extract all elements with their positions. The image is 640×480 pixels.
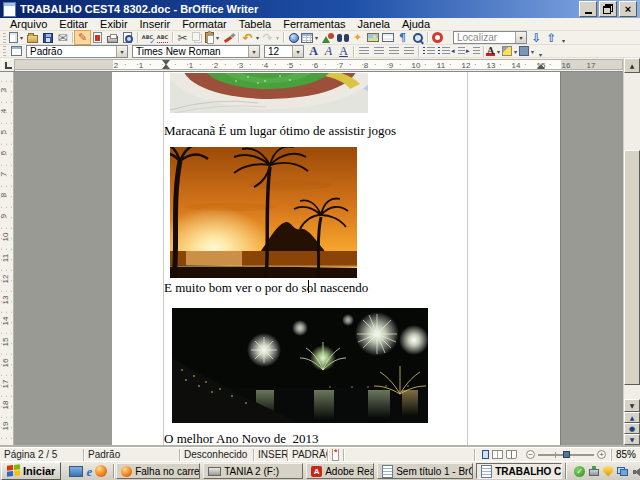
decrease-indent-button[interactable]: [451, 45, 466, 58]
undo-dropdown[interactable]: ▾: [254, 34, 261, 41]
paragraph-3[interactable]: O melhor Ano Novo de 2013: [164, 431, 464, 447]
vertical-ruler[interactable]: 345678910111213141516171819: [0, 72, 14, 447]
styles-and-formatting-button[interactable]: [9, 45, 24, 58]
network-icon[interactable]: [617, 466, 628, 477]
underline-button[interactable]: A: [336, 45, 351, 58]
document-modified-indicator[interactable]: [328, 449, 344, 461]
menu-ajuda[interactable]: Ajuda: [396, 18, 436, 31]
align-right-button[interactable]: [386, 45, 401, 58]
save-button[interactable]: [40, 31, 55, 44]
sunset-image[interactable]: [170, 147, 357, 278]
page-style[interactable]: Padrão: [84, 449, 180, 461]
cut-button[interactable]: ✂: [175, 31, 190, 44]
formatting-toolbar-options[interactable]: ▾: [539, 51, 542, 58]
zoom-out-icon[interactable]: −: [526, 450, 535, 459]
zoom-button[interactable]: [410, 31, 425, 44]
hardware-icon[interactable]: [589, 469, 599, 476]
paragraph-style-combo[interactable]: Padrão▾: [26, 45, 128, 58]
formatting-marks-button[interactable]: ¶: [395, 31, 410, 44]
font-color-dropdown[interactable]: ▾: [495, 48, 502, 55]
close-button[interactable]: [619, 1, 637, 17]
increase-indent-button[interactable]: [466, 45, 481, 58]
font-name-combo[interactable]: Times New Roman▾: [132, 45, 260, 58]
export-pdf-button[interactable]: [90, 31, 105, 44]
find-previous-button[interactable]: ⇧: [544, 31, 559, 44]
find-replace-button[interactable]: [335, 31, 350, 44]
gallery-button[interactable]: [365, 31, 380, 44]
italic-button[interactable]: A: [321, 45, 336, 58]
font-size-combo[interactable]: 12▾: [264, 45, 304, 58]
toolbar-grip[interactable]: [3, 33, 6, 43]
firefox-icon[interactable]: [95, 465, 107, 477]
find-next-button[interactable]: ⇩: [529, 31, 544, 44]
minimize-button[interactable]: [579, 1, 597, 17]
menu-arquivo[interactable]: Arquivo: [4, 18, 53, 31]
stadium-image[interactable]: [170, 73, 368, 113]
single-page-view-icon[interactable]: [482, 450, 489, 459]
tool极bar-grip[interactable]: [3, 46, 6, 56]
zoom-percentage[interactable]: 85%: [611, 449, 640, 461]
page-indicator[interactable]: Página 2 / 5: [0, 449, 84, 461]
draw-functions-button[interactable]: [320, 31, 335, 44]
autospellcheck-button[interactable]: ABC: [155, 31, 170, 44]
start-button[interactable]: Iniciar: [1, 462, 61, 480]
page-preview-button[interactable]: [120, 31, 135, 44]
redo-dropdown[interactable]: ▾: [274, 34, 281, 41]
highlighting-button[interactable]: ▾: [502, 45, 519, 58]
antivirus-icon[interactable]: [574, 466, 585, 477]
first-line-indent-marker[interactable]: [162, 64, 170, 69]
open-button[interactable]: [25, 31, 40, 44]
zoom-slider-track[interactable]: [538, 454, 594, 456]
vertical-scrollbar[interactable]: ▲ ▼ ▲ ● ▼: [623, 58, 640, 447]
insert-mode[interactable]: INSER: [254, 449, 288, 461]
standard-toolbar-options[interactable]: ▾: [562, 37, 565, 44]
taskbar-button[interactable]: AAdobe Reader: [306, 463, 374, 479]
insert-table-dropdown[interactable]: ▾: [313, 34, 320, 41]
scrollbar-thumb[interactable]: [624, 150, 640, 385]
selection-mode[interactable]: PADRÃO: [288, 449, 328, 461]
menu-exibir[interactable]: Exibir: [94, 18, 134, 31]
menu-formatar[interactable]: Formatar: [176, 18, 233, 31]
insert-table-button[interactable]: ▾: [301, 31, 320, 44]
numbered-list-button[interactable]: [421, 45, 436, 58]
previous-page-button[interactable]: ▲: [624, 412, 640, 423]
background-color-button[interactable]: ▾: [519, 45, 536, 58]
data-sources-button[interactable]: [380, 31, 395, 44]
edit-file-button[interactable]: ✎: [75, 31, 90, 44]
format-paintbrush-button[interactable]: [221, 31, 236, 44]
restore-button[interactable]: [599, 1, 617, 17]
paragraph-style-combo-dropdown[interactable]: ▾: [116, 46, 127, 57]
print-button[interactable]: [105, 31, 120, 44]
paragraph-2[interactable]: E muito bom ver o por do sol nascendo: [164, 280, 464, 296]
taskbar-button[interactable]: TANIA 2 (F:): [203, 463, 303, 479]
spellcheck-button[interactable]: ABC: [140, 31, 155, 44]
horizontal-ruler[interactable]: 211234567891011121314151617: [14, 59, 623, 70]
email-document-button[interactable]: ✉: [55, 31, 70, 44]
bold-button[interactable]: A: [306, 45, 321, 58]
menu-editar[interactable]: Editar: [53, 18, 94, 31]
find-toolbar-input-dropdown[interactable]: ▾: [515, 32, 526, 43]
multi-page-view-icon[interactable]: [492, 450, 503, 459]
show-desktop-icon[interactable]: [69, 466, 83, 477]
navigator-button[interactable]: ✦: [350, 31, 365, 44]
bullet-list-button[interactable]: [436, 45, 451, 58]
zoom-slider[interactable]: − +: [526, 450, 606, 459]
paragraph-1[interactable]: Maracanã É um lugar ótimo de assistir jo…: [164, 123, 464, 139]
menu-inserir[interactable]: Inserir: [134, 18, 177, 31]
paste-button[interactable]: ▾: [205, 31, 221, 44]
menu-ferramentas[interactable]: Ferramentas: [277, 18, 351, 31]
volume-icon[interactable]: [632, 466, 640, 477]
align-center-button[interactable]: [371, 45, 386, 58]
language[interactable]: Desconhecido: [180, 449, 254, 461]
font-size-combo-dropdown[interactable]: ▾: [292, 46, 303, 57]
document-page[interactable]: Maracanã É um lugar ótimo de assistir jo…: [112, 72, 561, 447]
help-button[interactable]: [430, 31, 445, 44]
find-toolbar-input[interactable]: Localizar▾: [453, 31, 527, 44]
undo-button[interactable]: ↶▾: [241, 31, 261, 44]
font-color-button[interactable]: A▾: [486, 45, 502, 58]
zoom-slider-handle[interactable]: [563, 451, 570, 458]
new-document-dropdown[interactable]: ▾: [18, 34, 25, 41]
highlighting-dropdown[interactable]: ▾: [512, 48, 519, 55]
zoom-in-icon[interactable]: +: [597, 450, 606, 459]
align-left-button[interactable]: [356, 45, 371, 58]
